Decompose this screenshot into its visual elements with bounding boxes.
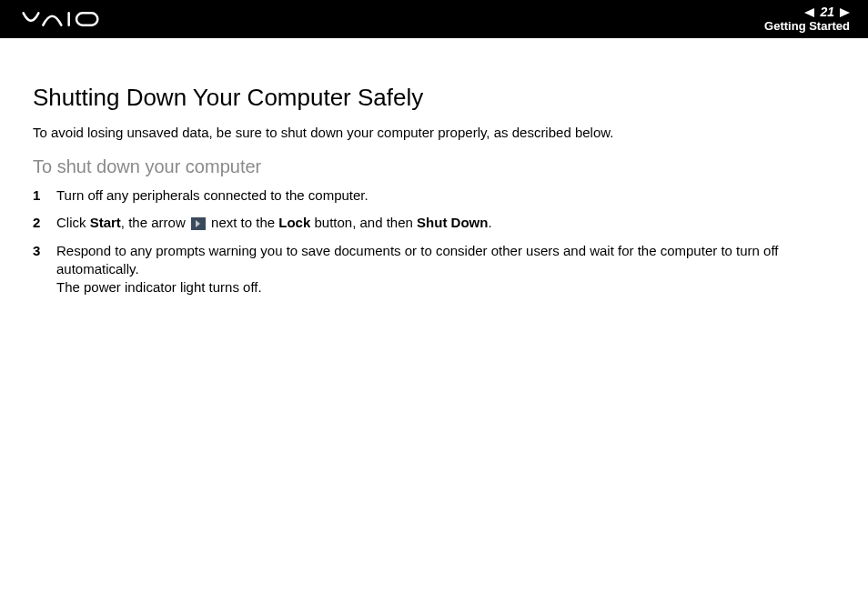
step-text: Turn off any peripherals connected to th…: [56, 186, 835, 205]
svg-rect-1: [76, 13, 97, 25]
page-navigation: 21: [804, 5, 850, 19]
bold-text: Start: [90, 215, 121, 230]
section-label: Getting Started: [764, 20, 850, 33]
step-item: 2 Click Start, the arrow next to the Loc…: [33, 214, 835, 232]
step-item: 3 Respond to any prompts warning you to …: [33, 242, 835, 297]
document-header: 21 Getting Started: [0, 0, 868, 38]
subheading: To shut down your computer: [33, 156, 835, 177]
text-fragment: button, and then: [310, 215, 417, 230]
step-text: Click Start, the arrow next to the Lock …: [56, 214, 835, 232]
text-fragment: next to the: [207, 215, 278, 230]
page-content: Shutting Down Your Computer Safely To av…: [0, 38, 868, 296]
text-fragment: , the arrow: [121, 215, 189, 230]
vaio-logo: [22, 10, 113, 28]
page-number: 21: [818, 5, 836, 19]
step-text: Respond to any prompts warning you to sa…: [56, 242, 835, 297]
page-title: Shutting Down Your Computer Safely: [33, 84, 835, 112]
bold-text: Shut Down: [417, 215, 488, 230]
text-fragment: .: [488, 215, 491, 230]
steps-list: 1 Turn off any peripherals connected to …: [33, 186, 835, 296]
intro-text: To avoid losing unsaved data, be sure to…: [33, 125, 835, 140]
header-right: 21 Getting Started: [764, 5, 850, 33]
step-number: 2: [33, 214, 56, 232]
step-number: 3: [33, 242, 56, 297]
arrow-button-icon: [191, 217, 206, 230]
text-line: Respond to any prompts warning you to sa…: [56, 243, 778, 276]
text-fragment: Click: [56, 215, 90, 230]
next-page-arrow-icon[interactable]: [840, 8, 850, 17]
step-item: 1 Turn off any peripherals connected to …: [33, 186, 835, 205]
bold-text: Lock: [278, 215, 310, 230]
step-number: 1: [33, 186, 56, 205]
text-line: The power indicator light turns off.: [56, 279, 262, 295]
prev-page-arrow-icon[interactable]: [804, 8, 814, 17]
